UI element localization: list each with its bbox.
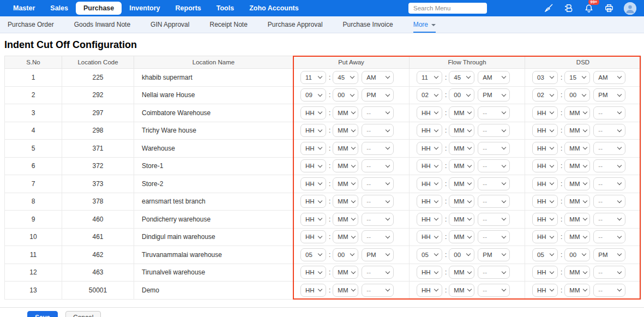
put-away-hour-select[interactable]: HH bbox=[300, 159, 326, 172]
put-away-hour-select[interactable]: HH bbox=[300, 177, 326, 190]
put-away-meridiem-select[interactable]: -- bbox=[362, 230, 394, 243]
put-away-hour-select[interactable]: HH bbox=[300, 266, 326, 279]
bell-icon[interactable]: 99+ bbox=[583, 3, 594, 14]
put-away-hour-select[interactable]: HH bbox=[300, 284, 326, 297]
dsd-minute-select[interactable]: 00 bbox=[564, 88, 590, 101]
flow-through-hour-select[interactable]: HH bbox=[417, 195, 442, 208]
put-away-meridiem-select[interactable]: AM bbox=[362, 71, 394, 84]
flow-through-hour-select[interactable]: HH bbox=[417, 124, 442, 137]
put-away-hour-select[interactable]: 11 bbox=[300, 71, 326, 84]
dsd-hour-select[interactable]: 05 bbox=[532, 248, 558, 261]
subnav-item-receipt-note[interactable]: Receipt Note bbox=[209, 16, 247, 33]
dsd-minute-select[interactable]: MM bbox=[564, 159, 590, 172]
flow-through-minute-select[interactable]: 00 bbox=[449, 88, 474, 101]
dsd-minute-select[interactable]: MM bbox=[564, 213, 590, 226]
flow-through-meridiem-select[interactable]: AM bbox=[478, 71, 510, 84]
put-away-meridiem-select[interactable]: -- bbox=[362, 159, 394, 172]
dsd-meridiem-select[interactable]: -- bbox=[593, 159, 625, 172]
flow-through-minute-select[interactable]: 00 bbox=[449, 248, 474, 261]
dsd-hour-select[interactable]: HH bbox=[532, 142, 558, 155]
subnav-item-goods-inward-note[interactable]: Goods Inward Note bbox=[74, 16, 130, 33]
flow-through-minute-select[interactable]: MM bbox=[449, 177, 474, 190]
printer-icon[interactable] bbox=[604, 3, 615, 14]
dsd-hour-select[interactable]: HH bbox=[532, 195, 558, 208]
subnav-item-purchase-invoice[interactable]: Purchase Invoice bbox=[343, 16, 393, 33]
nav-item-master[interactable]: Master bbox=[5, 2, 43, 15]
nav-item-inventory[interactable]: Inventory bbox=[122, 2, 167, 15]
flow-through-meridiem-select[interactable]: -- bbox=[478, 142, 510, 155]
dsd-minute-select[interactable]: MM bbox=[564, 106, 590, 119]
put-away-meridiem-select[interactable]: -- bbox=[362, 266, 394, 279]
subnav-item-purchase-approval[interactable]: Purchase Approval bbox=[268, 16, 323, 33]
flow-through-meridiem-select[interactable]: -- bbox=[478, 230, 510, 243]
nav-item-tools[interactable]: Tools bbox=[209, 2, 242, 15]
put-away-minute-select[interactable]: MM bbox=[333, 177, 358, 190]
dsd-meridiem-select[interactable]: -- bbox=[593, 177, 625, 190]
dsd-hour-select[interactable]: HH bbox=[532, 177, 558, 190]
flow-through-hour-select[interactable]: HH bbox=[417, 284, 442, 297]
dsd-meridiem-select[interactable]: -- bbox=[593, 213, 625, 226]
put-away-hour-select[interactable]: HH bbox=[300, 106, 326, 119]
nav-item-zoho-accounts[interactable]: Zoho Accounts bbox=[242, 2, 306, 15]
nav-item-sales[interactable]: Sales bbox=[43, 2, 76, 15]
flow-through-hour-select[interactable]: HH bbox=[417, 213, 442, 226]
put-away-meridiem-select[interactable]: -- bbox=[362, 284, 394, 297]
flow-through-minute-select[interactable]: MM bbox=[449, 142, 474, 155]
dsd-hour-select[interactable]: HH bbox=[532, 284, 558, 297]
flow-through-minute-select[interactable]: MM bbox=[449, 159, 474, 172]
put-away-minute-select[interactable]: MM bbox=[333, 159, 358, 172]
put-away-minute-select[interactable]: MM bbox=[333, 106, 358, 119]
dsd-hour-select[interactable]: HH bbox=[532, 124, 558, 137]
flow-through-minute-select[interactable]: MM bbox=[449, 124, 474, 137]
dsd-meridiem-select[interactable]: -- bbox=[593, 124, 625, 137]
subnav-item-purchase-order[interactable]: Purchase Order bbox=[8, 16, 54, 33]
flow-through-minute-select[interactable]: MM bbox=[449, 195, 474, 208]
nav-item-purchase[interactable]: Purchase bbox=[76, 2, 122, 15]
flow-through-meridiem-select[interactable]: -- bbox=[478, 159, 510, 172]
dsd-minute-select[interactable]: 00 bbox=[564, 248, 590, 261]
dsd-hour-select[interactable]: HH bbox=[532, 230, 558, 243]
zoho-b-icon[interactable] bbox=[563, 3, 574, 14]
put-away-minute-select[interactable]: 00 bbox=[333, 88, 358, 101]
put-away-meridiem-select[interactable]: PM bbox=[362, 88, 394, 101]
dsd-meridiem-select[interactable]: -- bbox=[593, 195, 625, 208]
dsd-meridiem-select[interactable]: -- bbox=[593, 230, 625, 243]
flow-through-minute-select[interactable]: 45 bbox=[449, 71, 474, 84]
flow-through-minute-select[interactable]: MM bbox=[449, 230, 474, 243]
save-button[interactable]: Save bbox=[27, 311, 58, 317]
flow-through-hour-select[interactable]: HH bbox=[417, 230, 442, 243]
flow-through-meridiem-select[interactable]: PM bbox=[478, 88, 510, 101]
flow-through-meridiem-select[interactable]: -- bbox=[478, 124, 510, 137]
put-away-meridiem-select[interactable]: -- bbox=[362, 195, 394, 208]
put-away-hour-select[interactable]: 05 bbox=[300, 248, 326, 261]
search-input[interactable] bbox=[408, 3, 487, 14]
flow-through-minute-select[interactable]: MM bbox=[449, 213, 474, 226]
put-away-meridiem-select[interactable]: -- bbox=[362, 177, 394, 190]
dsd-meridiem-select[interactable]: -- bbox=[593, 266, 625, 279]
dsd-hour-select[interactable]: HH bbox=[532, 213, 558, 226]
dsd-minute-select[interactable]: MM bbox=[564, 195, 590, 208]
dsd-meridiem-select[interactable]: -- bbox=[593, 142, 625, 155]
dsd-hour-select[interactable]: 02 bbox=[532, 88, 558, 101]
put-away-minute-select[interactable]: MM bbox=[333, 284, 358, 297]
cancel-button[interactable]: Cancel bbox=[65, 311, 101, 317]
dsd-meridiem-select[interactable]: PM bbox=[593, 88, 625, 101]
put-away-minute-select[interactable]: MM bbox=[333, 124, 358, 137]
flow-through-meridiem-select[interactable]: -- bbox=[478, 106, 510, 119]
dsd-hour-select[interactable]: HH bbox=[532, 159, 558, 172]
flow-through-hour-select[interactable]: HH bbox=[417, 177, 442, 190]
flow-through-hour-select[interactable]: 05 bbox=[417, 248, 442, 261]
put-away-hour-select[interactable]: HH bbox=[300, 213, 326, 226]
flow-through-hour-select[interactable]: 11 bbox=[417, 71, 442, 84]
flow-through-meridiem-select[interactable]: -- bbox=[478, 195, 510, 208]
dsd-meridiem-select[interactable]: -- bbox=[593, 284, 625, 297]
flow-through-meridiem-select[interactable]: -- bbox=[478, 284, 510, 297]
subnav-item-gin-approval[interactable]: GIN Approval bbox=[151, 16, 189, 33]
put-away-minute-select[interactable]: 00 bbox=[333, 248, 358, 261]
brush-icon[interactable] bbox=[543, 3, 554, 14]
put-away-minute-select[interactable]: MM bbox=[333, 142, 358, 155]
flow-through-minute-select[interactable]: MM bbox=[449, 266, 474, 279]
put-away-minute-select[interactable]: MM bbox=[333, 230, 358, 243]
flow-through-meridiem-select[interactable]: -- bbox=[478, 213, 510, 226]
flow-through-minute-select[interactable]: MM bbox=[449, 284, 474, 297]
